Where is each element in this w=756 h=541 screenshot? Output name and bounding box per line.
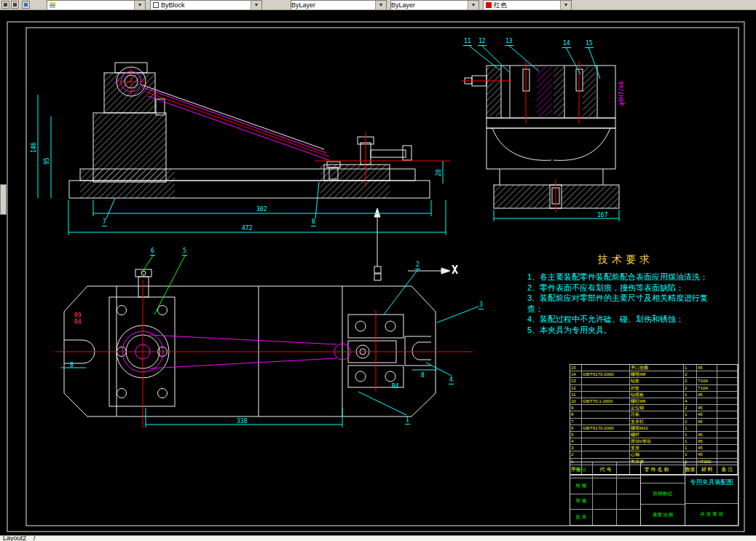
part-callout-5: 5: [182, 248, 187, 256]
layer-state-icon: [50, 2, 55, 8]
titleblock-row: 审 核: [570, 494, 640, 510]
plotstyle-combo[interactable]: ByLayer ▼: [390, 0, 479, 10]
part-callout-11: 11: [463, 38, 472, 46]
parts-list-row: 2心轴145: [570, 451, 738, 458]
part-callout-6: 6: [150, 248, 155, 256]
dimension-label: 472: [242, 225, 252, 232]
titleblock-right: 专用夹具装配图 共 张 第 张: [685, 462, 738, 525]
parts-list-row: 4摆动V形块145: [570, 438, 738, 445]
parts-list-row: 14GB/T6170-2000螺母M82: [570, 371, 738, 378]
tech-requirement-item: 2、零件表面不应有划痕，撞伤等表面缺陷；: [527, 283, 724, 293]
color-combo[interactable]: 红色 ▼: [483, 0, 572, 10]
parts-list-row: 13钻套2T10A: [570, 378, 738, 384]
tech-requirements-title: 技术要求: [527, 253, 724, 266]
color-swatch-icon: [486, 2, 492, 8]
cad-canvas: 781112131415652341302472146952816733088R…: [0, 9, 756, 535]
titleblock-row: 批 准: [570, 510, 640, 525]
technical-requirements: 技术要求 1、各主要装配零件装配前配合表面应用煤油清洗；2、零件表面不应有划痕，…: [527, 253, 724, 335]
plotstyle-combo-value: ByLayer: [391, 1, 468, 9]
parts-list-rows: 15开口垫圈14514GB/T6170-2000螺母M8213钻套2T10A12…: [570, 365, 738, 465]
byblock-icon: [153, 2, 159, 8]
dimension-label: 167: [597, 212, 607, 218]
dimension-label: 8: [421, 372, 425, 379]
tech-requirements-list: 1、各主要装配零件装配前配合表面应用煤油清洗；2、零件表面不应有划痕，撞伤等表面…: [527, 272, 724, 335]
chevron-down-icon[interactable]: ▼: [251, 1, 261, 10]
parts-list-row: 11钻模板145: [570, 392, 738, 398]
layer-properties-icon[interactable]: [22, 1, 30, 9]
titleblock-middle: 阶段标记 质量 比例: [641, 462, 685, 525]
lineweight-combo[interactable]: ByLayer ▼: [291, 0, 387, 10]
tab-layout2[interactable]: Layout2: [3, 535, 26, 541]
title-block: 设 计校 核审 核批 准 阶段标记 质量 比例 专用夹具装配图 共 张 第 张: [570, 462, 739, 526]
layout-tab-bar: Layout2 /: [0, 535, 756, 541]
color-combo-value: 红色: [494, 1, 560, 9]
toolbar-button[interactable]: [1, 1, 9, 9]
part-callout-3: 3: [479, 301, 484, 309]
layer-combo[interactable]: ▼: [47, 0, 146, 10]
titleblock-left: 设 计校 核审 核批 准: [570, 462, 641, 525]
chevron-down-icon[interactable]: ▼: [134, 1, 145, 10]
dimension-label: R4: [74, 319, 82, 325]
chevron-down-icon[interactable]: ▼: [468, 1, 479, 10]
dimension-label: 302: [256, 206, 267, 213]
parts-list-row: 5螺杆145: [570, 432, 738, 438]
tab-separator: /: [34, 535, 36, 541]
view-direction-label: X: [452, 264, 458, 277]
tech-requirement-item: 3、装配前应对零部件的主要尺寸及相关精度进行复查；: [527, 293, 724, 314]
tech-requirement-item: 5、本夹具为专用夹具。: [527, 325, 724, 336]
parts-list-row: 6GB/T6170-2000螺母M101: [570, 425, 738, 432]
dimension-label: 330: [237, 418, 247, 424]
parts-list-row: 15开口垫圈145: [570, 365, 738, 371]
dimension-label: φ8H7/k6: [618, 81, 625, 106]
titleblock-row: 校 核: [570, 478, 640, 494]
dimension-label: 28: [436, 169, 442, 176]
linetype-combo-value: ByBlock: [161, 1, 251, 9]
toolbar-button[interactable]: [11, 1, 19, 9]
part-callout-7: 7: [102, 218, 107, 226]
parts-list-row: 12衬套2T10A: [570, 385, 738, 392]
part-callout-4: 4: [449, 376, 454, 384]
dimension-label: R9: [74, 312, 82, 319]
dimension-label: 95: [44, 157, 50, 165]
parts-list-row: 9定位销245: [570, 405, 738, 411]
part-callout-1: 1: [405, 416, 410, 424]
dimension-label: 8: [70, 362, 74, 368]
titleblock-row: 设 计: [570, 462, 640, 478]
parts-list-row: 3支座145: [570, 445, 738, 451]
parts-list-row: 8压板145: [570, 411, 738, 418]
drawing-title: 专用夹具装配图: [685, 462, 738, 504]
part-callout-2: 2: [415, 261, 420, 269]
linetype-combo[interactable]: ByBlock ▼: [150, 0, 262, 10]
toolbar-fragment: [0, 184, 7, 215]
tech-requirement-item: 4、装配过程中不允许磕、碰、划伤和锈蚀；: [527, 314, 724, 325]
parts-list: 15开口垫圈14514GB/T6170-2000螺母M8213钻套2T10A12…: [570, 364, 739, 475]
part-callout-15: 15: [585, 40, 594, 48]
chevron-down-icon[interactable]: ▼: [560, 1, 571, 10]
titleblock-cell: 阶段标记: [641, 483, 685, 505]
tech-requirement-item: 1、各主要装配零件装配前配合表面应用煤油清洗；: [527, 272, 724, 283]
chevron-down-icon[interactable]: ▼: [375, 1, 386, 10]
part-callout-12: 12: [478, 38, 487, 46]
parts-list-row: 7支承钉245: [570, 419, 738, 425]
titleblock-cell: [641, 462, 685, 483]
part-callout-13: 13: [505, 38, 513, 46]
parts-list-row: 10GB/T70.1-2000螺钉M64: [570, 398, 738, 405]
part-callout-14: 14: [562, 40, 571, 48]
dimension-label: 146: [31, 143, 37, 153]
top-toolbar: ▼ ByBlock ▼ ByLayer ▼ ByLayer ▼ 红色 ▼: [0, 0, 756, 10]
lineweight-combo-value: ByLayer: [291, 1, 375, 9]
dimension-label: R4: [392, 383, 399, 390]
part-callout-8: 8: [311, 218, 316, 226]
sheet-info: 共 张 第 张: [685, 504, 738, 525]
titleblock-cell: 质量 比例: [641, 505, 685, 525]
